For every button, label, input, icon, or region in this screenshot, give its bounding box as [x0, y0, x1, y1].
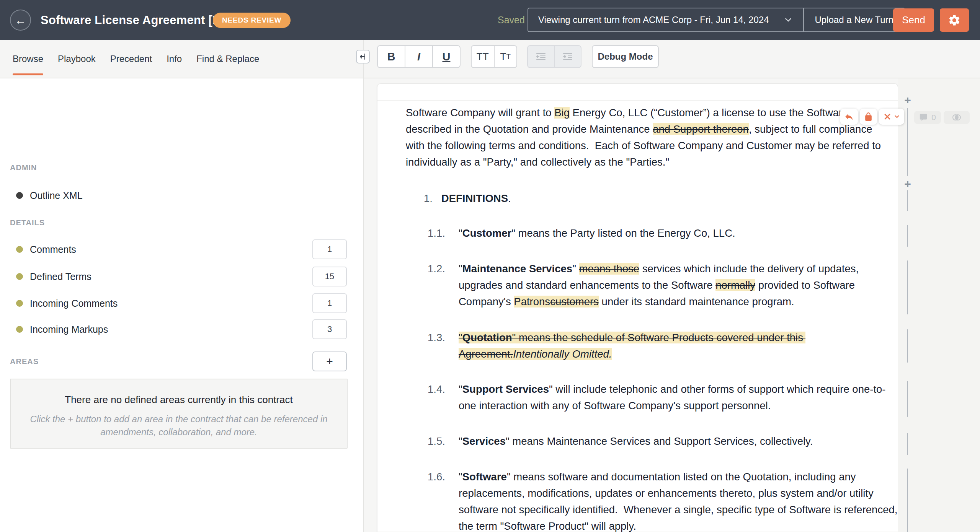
defined-term-support-services: Support Services	[462, 383, 549, 395]
paragraph-actions-toolbar	[840, 109, 904, 125]
clause-number: 1.4.	[428, 381, 459, 414]
comment-bubble-icon	[919, 113, 928, 122]
sidebar-item-defined-terms[interactable]: Defined Terms 15	[0, 267, 363, 286]
clause-1-4[interactable]: 1.4. "Support Services" will include tel…	[428, 381, 898, 414]
back-arrow-icon: ←	[15, 14, 26, 27]
uppercase-button[interactable]: TT	[472, 46, 495, 67]
clause-text: "	[459, 471, 462, 483]
incoming-markups-count[interactable]: 3	[312, 319, 347, 339]
lock-icon	[864, 112, 873, 122]
debug-mode-button[interactable]: Debug Mode	[593, 46, 658, 67]
sidebar-item-incoming-comments[interactable]: Incoming Comments 1	[0, 293, 363, 313]
comments-count[interactable]: 1	[312, 239, 347, 259]
outline-xml-bullet-icon	[16, 192, 23, 199]
add-area-button[interactable]: +	[312, 351, 347, 371]
debug-mode-group: Debug Mode	[592, 45, 659, 68]
send-button[interactable]: Send	[893, 8, 934, 32]
defined-term-customer: Customer	[462, 227, 511, 239]
change-bar	[907, 433, 908, 455]
insertion-intentionally-omitted: Intentionally Omitted.	[513, 348, 612, 360]
upload-new-turn-button[interactable]: Upload a New Turn	[804, 8, 904, 31]
change-bar	[907, 108, 908, 176]
tab-browse[interactable]: Browse	[13, 40, 43, 78]
outdent-button[interactable]	[528, 46, 555, 67]
turn-selector-dropdown[interactable]: Viewing current turn from ACME Corp - Fr…	[528, 8, 803, 31]
clause-1-5[interactable]: 1.5. "Services" means Maintenance Servic…	[428, 433, 898, 449]
comments-chip[interactable]: 0	[914, 111, 941, 124]
intro-paragraph[interactable]: Software Company will grant to Big Energ…	[406, 104, 885, 170]
indent-button[interactable]	[555, 46, 581, 67]
sidebar-item-incoming-markups[interactable]: Incoming Markups 3	[0, 319, 363, 339]
clause-body: "Maintenance Services" means those servi…	[459, 260, 898, 310]
clause-text: "	[459, 227, 462, 239]
defined-terms-count[interactable]: 15	[312, 267, 347, 286]
insert-below-button[interactable]: +	[902, 178, 913, 190]
clause-number: 1.2.	[428, 260, 459, 310]
saved-status: Saved	[498, 0, 525, 40]
browse-sidebar: ADMIN Outline XML DETAILS Comments 1 Def…	[0, 78, 363, 532]
defined-terms-bullet-icon	[16, 273, 23, 280]
smallcaps-small-letter: T	[506, 52, 511, 61]
smallcaps-large-letter: T	[500, 51, 506, 63]
turn-selector-label: Viewing current turn from ACME Corp - Fr…	[538, 15, 769, 25]
incoming-comments-count[interactable]: 1	[312, 293, 347, 313]
compare-overlap-icon	[951, 114, 962, 121]
clause-text: "	[572, 263, 579, 275]
change-bar	[907, 260, 908, 314]
tab-precedent[interactable]: Precedent	[110, 40, 152, 78]
incoming-markups-bullet-icon	[16, 326, 23, 333]
section-heading-definitions[interactable]: 1. DEFINITIONS.	[424, 190, 883, 207]
defined-term-maintenance-services: Maintenance Services	[462, 263, 572, 275]
clause-body: "Software" means software and documentat…	[459, 469, 898, 532]
clause-1-1[interactable]: 1.1. "Customer" means the Party listed o…	[428, 225, 898, 241]
underline-button[interactable]: U	[433, 46, 460, 67]
areas-section-header: AREAS	[10, 357, 39, 366]
comments-label: Comments	[30, 244, 76, 255]
outdent-icon	[535, 52, 547, 61]
comments-bullet-icon	[16, 246, 23, 253]
clause-1-6[interactable]: 1.6. "Software" means software and docum…	[428, 469, 898, 532]
sidebar-item-comments[interactable]: Comments 1	[0, 239, 363, 259]
indent-icon	[562, 52, 573, 61]
chevron-down-icon	[783, 15, 793, 25]
reject-change-button[interactable]	[879, 109, 904, 125]
clause-number: 1.6.	[428, 469, 459, 532]
bold-button[interactable]: B	[378, 46, 405, 67]
intro-text: Software Company will grant to	[406, 107, 554, 119]
clause-number: 1.3.	[428, 329, 459, 362]
areas-empty-state: There are no defined areas currently in …	[10, 379, 348, 449]
smallcaps-button[interactable]: TT	[495, 46, 517, 67]
text-style-group: B I U	[377, 45, 461, 68]
defined-terms-label: Defined Terms	[30, 271, 91, 282]
heading-term: DEFINITIONS	[441, 192, 508, 204]
lock-paragraph-button[interactable]	[860, 109, 877, 125]
sidebar-item-outline-xml[interactable]: Outline XML	[0, 185, 363, 205]
clause-1-2[interactable]: 1.2. "Maintenance Services" means those …	[428, 260, 898, 310]
clause-text: " means the Party listed on the Energy C…	[511, 227, 735, 239]
close-icon	[883, 112, 892, 121]
incoming-comments-label: Incoming Comments	[30, 298, 118, 309]
clause-text: "	[459, 435, 462, 447]
settings-button[interactable]	[940, 8, 969, 32]
clause-body: "Services" means Maintenance Services an…	[459, 433, 898, 449]
collapse-sidebar-button[interactable]	[356, 50, 370, 63]
back-button[interactable]: ←	[10, 10, 31, 31]
send-label: Send	[902, 14, 925, 26]
deletion-quote: "	[459, 332, 462, 343]
undo-change-button[interactable]	[840, 109, 858, 125]
deletion-customers: customers	[550, 296, 599, 307]
change-bar	[907, 381, 908, 417]
gear-icon	[948, 14, 961, 27]
comment-count: 0	[931, 113, 936, 122]
tab-info[interactable]: Info	[167, 40, 182, 78]
compare-versions-chip[interactable]	[944, 111, 970, 124]
italic-button[interactable]: I	[405, 46, 433, 67]
collapse-left-icon	[359, 53, 367, 60]
clause-body: "Quotation" means the schedule of Softwa…	[459, 329, 898, 362]
tab-playbook[interactable]: Playbook	[58, 40, 96, 78]
incoming-markups-label: Incoming Markups	[30, 324, 108, 335]
insert-above-button[interactable]: +	[902, 94, 913, 106]
tab-find-replace[interactable]: Find & Replace	[196, 40, 259, 78]
intro-deletion-and-support-thereon: and Support thereon	[653, 123, 749, 135]
clause-1-3[interactable]: 1.3. "Quotation" means the schedule of S…	[428, 329, 898, 362]
